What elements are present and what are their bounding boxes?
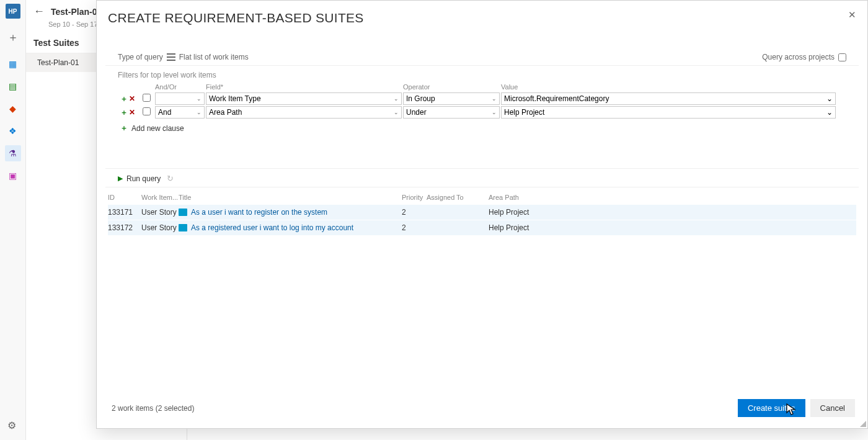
chevron-down-icon: ⌄ [826, 94, 833, 103]
play-icon: ▶ [118, 174, 123, 182]
col-priority: Priority [402, 194, 427, 201]
result-row[interactable]: 133172User StoryAs a registered user i w… [108, 220, 856, 236]
operator-select[interactable]: Under⌄ [403, 106, 500, 119]
settings-icon[interactable]: ⚙ [7, 420, 16, 431]
query-type-value[interactable]: Flat list of work items [179, 53, 249, 61]
boards-icon[interactable]: ▦ [5, 56, 21, 72]
cell-id: 133172 [108, 223, 141, 232]
add-icon[interactable]: ＋ [7, 30, 19, 45]
selection-status: 2 work items (2 selected) [112, 404, 194, 413]
chevron-down-icon: ⌄ [197, 96, 202, 102]
col-assigned: Assigned To [427, 194, 489, 201]
andor-select[interactable]: And⌄ [155, 106, 205, 119]
operator-select[interactable]: In Group⌄ [403, 92, 500, 105]
col-value: Value [501, 83, 836, 91]
query-across-label: Query across projects [762, 53, 835, 61]
chevron-down-icon: ⌄ [394, 109, 399, 115]
clause-row: ＋✕And⌄Area Path⌄Under⌄Help Project⌄ [118, 106, 846, 119]
testplans-icon[interactable]: ⚗ [5, 145, 21, 161]
col-area: Area Path [489, 194, 613, 201]
remove-clause-icon[interactable]: ✕ [129, 94, 135, 103]
svg-rect-1 [167, 56, 175, 58]
run-query-button[interactable]: ▶ Run query [118, 174, 161, 183]
project-badge[interactable]: HP [6, 4, 20, 19]
remove-clause-icon[interactable]: ✕ [129, 108, 135, 117]
refresh-icon: ↻ [167, 174, 174, 183]
cell-area: Help Project [489, 223, 613, 232]
chevron-down-icon: ⌄ [492, 96, 497, 102]
query-across-checkbox[interactable] [838, 53, 846, 61]
filters-label: Filters for top level work items [105, 66, 859, 81]
nav-rail: HP ＋ ▦▤◆❖⚗▣ ⚙ [0, 0, 26, 440]
col-field: Field* [206, 83, 403, 91]
value-input[interactable]: Help Project⌄ [501, 106, 836, 119]
svg-rect-2 [167, 60, 175, 61]
value-input[interactable]: Microsoft.RequirementCategory⌄ [501, 92, 836, 105]
col-wit: Work Item... [141, 194, 179, 201]
resize-handle[interactable] [859, 420, 866, 427]
add-new-clause[interactable]: ＋ Add new clause [118, 119, 846, 133]
pipelines-icon[interactable]: ◆ [5, 101, 21, 117]
clause-checkbox[interactable] [143, 107, 151, 115]
create-suites-button[interactable]: Create suites [738, 399, 805, 417]
clause-checkbox[interactable] [143, 94, 151, 102]
col-title: Title [179, 194, 402, 201]
chevron-down-icon: ⌄ [394, 96, 399, 102]
chevron-down-icon: ⌄ [492, 109, 497, 115]
add-clause-icon[interactable]: ＋ [120, 94, 128, 104]
user-story-icon [179, 209, 187, 216]
cell-area: Help Project [489, 208, 613, 217]
col-id: ID [108, 194, 141, 201]
cancel-button[interactable]: Cancel [810, 399, 855, 417]
workitem-link[interactable]: As a user i want to register on the syst… [179, 208, 402, 217]
run-query-label: Run query [126, 174, 161, 183]
plan-title: Test-Plan-01 [51, 7, 102, 17]
add-clause-label: Add new clause [131, 124, 184, 133]
close-icon[interactable]: ✕ [846, 7, 859, 23]
workitem-link[interactable]: As a registered user i want to log into … [179, 223, 402, 232]
dialog-title: CREATE REQUIREMENT-BASED SUITES [97, 1, 867, 25]
create-suites-dialog: ✕ CREATE REQUIREMENT-BASED SUITES Type o… [96, 0, 868, 429]
query-type-label: Type of query [118, 53, 163, 61]
query-across-projects[interactable]: Query across projects [762, 53, 846, 61]
result-row[interactable]: 133171User StoryAs a user i want to regi… [108, 205, 856, 220]
chevron-down-icon: ⌄ [826, 108, 833, 117]
flat-list-icon [167, 53, 175, 61]
overview-icon[interactable]: ▣ [5, 168, 21, 184]
plus-icon: ＋ [120, 123, 128, 133]
cell-priority: 2 [402, 223, 427, 232]
cell-wit: User Story [141, 223, 179, 232]
clause-row: ＋✕⌄Work Item Type⌄In Group⌄Microsoft.Req… [118, 92, 846, 106]
add-clause-icon[interactable]: ＋ [120, 107, 128, 118]
user-story-icon [179, 224, 187, 231]
cell-priority: 2 [402, 208, 427, 217]
col-andor: And/Or [155, 83, 206, 91]
andor-select[interactable]: ⌄ [155, 92, 205, 105]
field-select[interactable]: Area Path⌄ [206, 106, 402, 119]
back-icon[interactable]: ← [33, 5, 45, 18]
cell-id: 133171 [108, 208, 141, 217]
cell-wit: User Story [141, 208, 179, 217]
chevron-down-icon: ⌄ [197, 109, 202, 115]
artifacts-icon[interactable]: ❖ [5, 123, 21, 139]
svg-rect-0 [167, 53, 175, 55]
field-select[interactable]: Work Item Type⌄ [206, 92, 402, 105]
repos-icon[interactable]: ▤ [5, 78, 21, 94]
col-operator: Operator [403, 83, 501, 91]
